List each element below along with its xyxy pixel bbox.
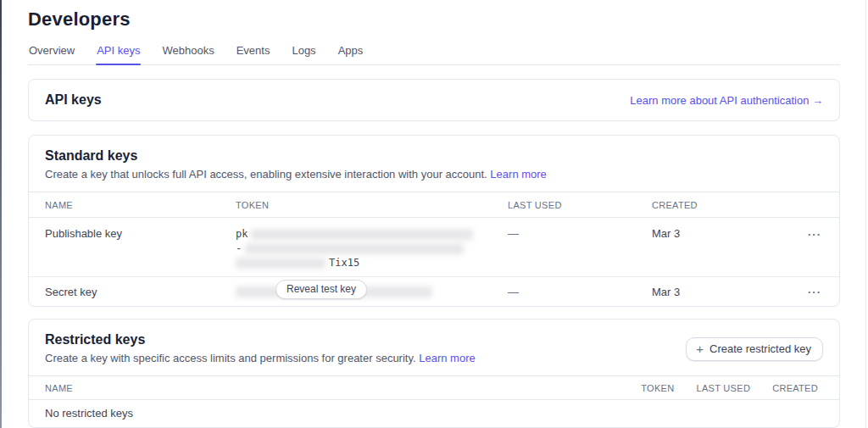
tab-api-keys[interactable]: API keys — [96, 42, 141, 64]
reveal-test-key-button[interactable]: Reveal test key — [275, 280, 367, 299]
tab-events[interactable]: Events — [236, 42, 271, 64]
standard-keys-description-text: Create a key that unlocks full API acces… — [45, 168, 487, 181]
api-keys-header-card: API keys Learn more about API authentica… — [28, 79, 840, 121]
column-header-last-used: Last used — [508, 200, 652, 210]
column-header-name: Name — [45, 200, 236, 210]
window-left-edge — [0, 0, 2, 428]
column-header-created: Created — [652, 200, 789, 210]
create-restricted-key-label: Create restricted key — [709, 342, 811, 355]
key-name: Publishable key — [45, 227, 236, 240]
developers-tabbar: Overview API keys Webhooks Events Logs A… — [28, 42, 840, 65]
column-header-token: Token — [641, 383, 674, 393]
table-row-publishable-key: Publishable key pk - Tix15 — Mar 3 ··· — [29, 218, 839, 276]
standard-keys-learn-more-link[interactable]: Learn more — [490, 168, 546, 181]
column-header-last-used: Last used — [697, 383, 751, 393]
overflow-menu-icon[interactable]: ··· — [806, 227, 823, 242]
create-restricted-key-button[interactable]: + Create restricted key — [686, 337, 823, 361]
redacted-token-blur — [251, 229, 473, 240]
restricted-keys-card: Restricted keys Create a key with specif… — [28, 319, 840, 428]
empty-state-message: No restricted keys — [29, 400, 839, 427]
redacted-token-blur — [245, 243, 464, 254]
page-title: Developers — [28, 8, 840, 31]
key-name: Secret key — [45, 286, 236, 298]
restricted-keys-table-header: Name Token Last used Created — [29, 375, 839, 400]
tab-webhooks[interactable]: Webhooks — [161, 42, 214, 64]
overflow-menu-icon[interactable]: ··· — [806, 285, 823, 299]
tab-logs[interactable]: Logs — [291, 42, 316, 64]
last-used-value: — — [508, 227, 652, 240]
api-keys-title: API keys — [45, 92, 102, 108]
redacted-token-blur — [236, 258, 326, 269]
created-value: Mar 3 — [652, 286, 789, 298]
column-header-token: Token — [236, 200, 508, 210]
learn-api-authentication-link[interactable]: Learn more about API authentication → — [630, 94, 823, 107]
token-cell: Reveal test key — [236, 281, 508, 302]
tab-apps[interactable]: Apps — [337, 42, 364, 64]
token-visible-fragment: Tix15 — [329, 257, 359, 269]
restricted-keys-description-text: Create a key with specific access limits… — [45, 352, 416, 364]
window-right-edge — [865, 0, 866, 428]
developers-page: Developers Overview API keys Webhooks Ev… — [0, 0, 868, 428]
table-row-secret-key: Secret key Reveal test key — Mar 3 ··· — [29, 276, 839, 306]
standard-keys-title: Standard keys — [45, 148, 823, 164]
last-used-value: — — [508, 286, 652, 298]
token-prefix: pk — [236, 228, 248, 240]
restricted-keys-title: Restricted keys — [45, 332, 476, 347]
standard-keys-table-header: Name Token Last used Created — [29, 192, 839, 218]
restricted-keys-learn-more-link[interactable]: Learn more — [419, 352, 475, 364]
column-header-created: Created — [772, 383, 818, 393]
created-value: Mar 3 — [652, 227, 789, 240]
restricted-keys-head: Restricted keys Create a key with specif… — [29, 320, 839, 375]
standard-keys-card: Standard keys Create a key that unlocks … — [28, 135, 840, 307]
token-line2-prefix: - — [236, 242, 242, 254]
standard-keys-head: Standard keys Create a key that unlocks … — [29, 136, 839, 192]
token-cell: pk - Tix15 — [236, 227, 508, 270]
tab-overview[interactable]: Overview — [28, 42, 75, 64]
plus-icon: + — [696, 342, 704, 355]
restricted-keys-description: Create a key with specific access limits… — [45, 352, 476, 364]
standard-keys-description: Create a key that unlocks full API acces… — [45, 168, 823, 181]
column-header-name: Name — [45, 383, 73, 393]
